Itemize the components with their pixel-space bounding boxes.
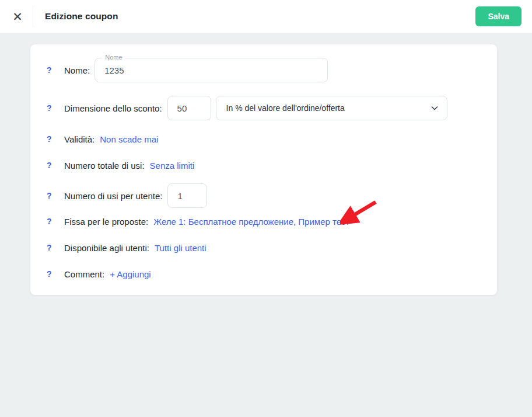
users-row: ? Disponibile agli utenti: Tutti gli ute… xyxy=(47,241,481,254)
offers-link[interactable]: Желе 1: Бесплатное предложение, Пример т… xyxy=(153,217,349,227)
discount-amount-input[interactable] xyxy=(167,96,211,120)
total-uses-link[interactable]: Senza limiti xyxy=(150,161,195,171)
discount-type-select[interactable]: In % del valore dell'ordine/offerta xyxy=(216,96,447,120)
help-icon[interactable]: ? xyxy=(47,243,53,252)
uses-per-user-row: ? Numero di usi per utente: xyxy=(47,183,481,208)
total-uses-label: Numero totale di usi: xyxy=(64,161,145,171)
comment-add-link[interactable]: + Aggiungi xyxy=(110,269,150,279)
close-icon[interactable]: ✕ xyxy=(9,8,26,25)
name-input-wrap: Nome xyxy=(94,58,328,82)
coupon-form-card: ? Nome: Nome ? Dimensione dello sconto: … xyxy=(30,44,497,295)
discount-type-value: In % del valore dell'ordine/offerta xyxy=(226,103,430,113)
help-icon[interactable]: ? xyxy=(47,161,53,170)
validity-row: ? Validità: Non scade mai xyxy=(47,133,481,145)
total-uses-row: ? Numero totale di usi: Senza limiti xyxy=(47,159,481,172)
validity-link[interactable]: Non scade mai xyxy=(100,134,158,144)
help-icon[interactable]: ? xyxy=(47,65,53,75)
users-link[interactable]: Tutti gli utenti xyxy=(155,243,206,253)
help-icon[interactable]: ? xyxy=(47,103,53,113)
comment-label: Comment: xyxy=(64,269,104,279)
page-title: Edizione coupon xyxy=(45,11,118,22)
offers-row: ? Fissa per le proposte: Желе 1: Бесплат… xyxy=(47,215,481,228)
discount-label: Dimensione dello sconto: xyxy=(64,103,162,113)
users-label: Disponibile agli utenti: xyxy=(64,243,149,253)
help-icon[interactable]: ? xyxy=(47,191,53,200)
help-icon[interactable]: ? xyxy=(47,217,53,226)
uses-per-user-label: Numero di usi per utente: xyxy=(64,191,162,201)
discount-row: ? Dimensione dello sconto: In % del valo… xyxy=(47,96,481,120)
help-icon[interactable]: ? xyxy=(47,269,53,279)
name-label: Nome: xyxy=(64,65,90,75)
offers-label: Fissa per le proposte: xyxy=(64,217,148,227)
header-divider xyxy=(33,5,33,27)
name-input-floating-label: Nome xyxy=(102,53,125,61)
name-row: ? Nome: Nome xyxy=(47,58,481,82)
validity-label: Validità: xyxy=(64,134,94,144)
name-input[interactable] xyxy=(94,58,328,82)
coupon-edit-page: ✕ Edizione coupon Salva ? Nome: Nome ? D… xyxy=(0,0,532,417)
chevron-down-icon xyxy=(430,104,439,112)
uses-per-user-input[interactable] xyxy=(167,183,207,208)
help-icon[interactable]: ? xyxy=(47,134,53,144)
header-bar: ✕ Edizione coupon Salva xyxy=(0,0,532,33)
save-button[interactable]: Salva xyxy=(475,6,522,26)
comment-row: ? Comment: + Aggiungi xyxy=(47,267,481,280)
